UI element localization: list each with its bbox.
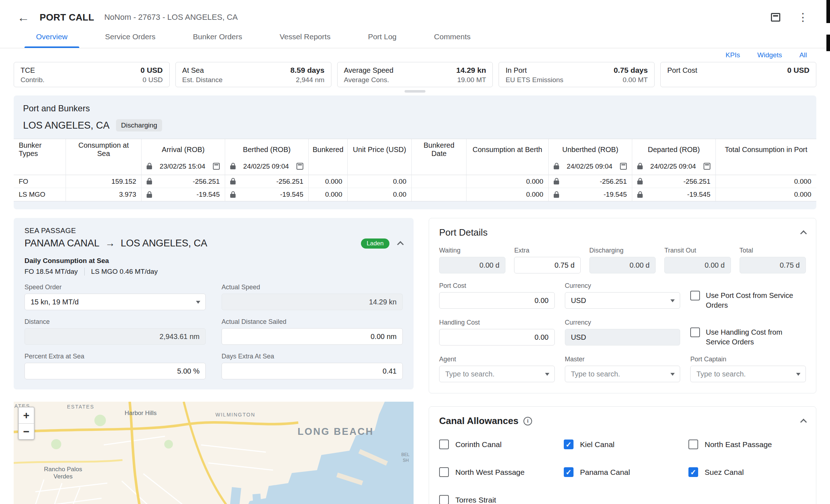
daily-lsmgo-value: LS MGO 0.46 MT/day (91, 268, 158, 276)
berthed-rob[interactable]: -256.251 (225, 175, 309, 188)
map-label: WILMINGTON (215, 412, 255, 418)
tab-service-orders[interactable]: Service Orders (86, 25, 174, 48)
tab-overview[interactable]: Overview (17, 25, 86, 48)
kiel-canal-checkbox[interactable] (564, 440, 574, 449)
use-port-cost-checkbox[interactable] (690, 291, 700, 300)
transit-out-field (664, 257, 731, 273)
chevron-up-icon[interactable] (397, 241, 403, 247)
zoom-out-button[interactable]: − (19, 423, 34, 439)
map-label: BEL (401, 452, 410, 457)
view-links: KPIs Widgets All (0, 48, 830, 60)
kpi-card-in-port: In Port0.75 days EU ETS Emissions0.00 MT (499, 62, 655, 87)
berthed-date-picker[interactable]: 24/02/25 09:04 (230, 162, 303, 170)
kpi-value: 14.29 kn (456, 66, 486, 75)
checkbox-label: North West Passage (455, 468, 525, 477)
speed-order-select[interactable]: 15 kn, 19 MT/d (24, 294, 206, 310)
unberthed-rob[interactable]: -19.545 (549, 188, 632, 201)
canal-item-corinth: Corinth Canal (439, 440, 557, 449)
field-label: Transit Out (664, 247, 731, 254)
calendar-picker-icon[interactable] (620, 163, 627, 170)
kpi-subvalue: 19.00 MT (457, 76, 486, 84)
suez-canal-checkbox[interactable] (688, 467, 698, 477)
handling-cost-field[interactable] (439, 329, 555, 345)
master-search-select[interactable]: Type to search. (565, 366, 680, 382)
arrival-rob[interactable]: -256.251 (142, 175, 225, 188)
bunkered-date[interactable] (412, 175, 467, 188)
map-canvas[interactable]: + − ATES ESTATES Harbor Hills WILMINGTON… (14, 402, 414, 504)
consumption-at-berth[interactable]: 0.000 (467, 175, 549, 188)
north-east-passage-checkbox[interactable] (688, 440, 698, 449)
route-arrow-icon: → (105, 238, 115, 249)
bunkered-date[interactable] (412, 188, 467, 201)
col-header: Arrival (ROB) (142, 139, 225, 158)
tab-vessel-reports[interactable]: Vessel Reports (261, 25, 349, 48)
table-row-fo: FO 159.152 -256.251 -256.251 0.000 0.00 … (14, 175, 816, 188)
calendar-picker-icon[interactable] (296, 163, 303, 170)
calendar-picker-icon[interactable] (213, 163, 220, 170)
port-name: LOS ANGELES, CA (23, 120, 110, 131)
kpi-sublabel: EU ETS Emissions (505, 76, 563, 84)
calendar-icon[interactable] (771, 13, 780, 22)
bunkered[interactable]: 0.000 (309, 188, 348, 201)
unberthed-rob[interactable]: -256.251 (549, 175, 632, 188)
departed-rob[interactable]: -256.251 (632, 175, 716, 188)
port-cost-currency-select[interactable]: USD (565, 292, 680, 309)
torres-strait-checkbox[interactable] (439, 495, 449, 504)
page-subtitle: NoNom - 27673 - LOS ANGELES, CA (104, 13, 238, 22)
port-captain-search-select[interactable]: Type to search. (690, 366, 806, 382)
tab-bar: Overview Service Orders Bunker Orders Ve… (0, 25, 830, 48)
chevron-up-icon[interactable] (800, 230, 807, 237)
agent-search-select[interactable]: Type to search. (439, 366, 555, 382)
corinth-canal-checkbox[interactable] (439, 440, 449, 449)
kpi-label: Average Speed (344, 66, 394, 75)
all-link[interactable]: All (799, 51, 807, 59)
col-header: Unit Price (USD) (348, 139, 412, 158)
unberthed-date-picker[interactable]: 24/02/25 09:04 (554, 162, 627, 170)
chevron-up-icon[interactable] (800, 419, 807, 425)
departed-date-picker[interactable]: 24/02/25 09:04 (637, 162, 710, 170)
actual-distance-sailed-field[interactable] (222, 328, 403, 345)
canal-item-north-west-passage: North West Passage (439, 467, 557, 477)
tab-comments[interactable]: Comments (415, 25, 490, 48)
widgets-link[interactable]: Widgets (757, 51, 782, 59)
kebab-menu-icon[interactable]: ⋮ (798, 12, 808, 23)
port-cost-field[interactable] (439, 292, 555, 309)
resize-handle[interactable] (405, 90, 425, 93)
tab-port-log[interactable]: Port Log (349, 25, 415, 48)
section-title: SEA PASSAGE (24, 227, 403, 235)
field-label: Currency (565, 282, 680, 290)
unit-price[interactable]: 0.00 (348, 175, 412, 188)
use-handling-cost-checkbox[interactable] (690, 327, 700, 337)
table-row-lsmgo: LS MGO 3.973 -19.545 -19.545 0.000 0.00 … (14, 188, 816, 201)
use-handling-cost-row: Use Handling Cost from Service Orders (690, 319, 806, 347)
dropdown-arrow-icon (545, 373, 549, 376)
bunkered[interactable]: 0.000 (309, 175, 348, 188)
percent-extra-at-sea-field[interactable] (24, 363, 206, 379)
arrival-rob[interactable]: -19.545 (142, 188, 225, 201)
consumption-at-sea[interactable]: 3.973 (66, 188, 142, 201)
arrival-date-picker[interactable]: 23/02/25 15:04 (147, 162, 220, 170)
berthed-rob[interactable]: -19.545 (225, 188, 309, 201)
back-arrow-icon[interactable]: ← (17, 11, 30, 23)
days-extra-at-sea-field[interactable] (222, 363, 403, 379)
kpi-value: 0.75 days (614, 66, 648, 75)
kpi-value: 0 USD (140, 66, 163, 75)
consumption-at-berth[interactable]: 0.000 (467, 188, 549, 201)
bunkers-table-header: Bunker Types Consumption at Sea Arrival … (14, 139, 816, 158)
panama-canal-checkbox[interactable] (564, 467, 574, 477)
origin-port: PANAMA CANAL (24, 238, 99, 249)
calendar-picker-icon[interactable] (704, 163, 710, 170)
unit-price[interactable]: 0.00 (348, 188, 412, 201)
checkbox-label: Kiel Canal (580, 440, 615, 449)
checkbox-label: Panama Canal (580, 468, 630, 477)
destination-port: LOS ANGELES, CA (121, 238, 207, 249)
info-icon[interactable] (523, 417, 532, 425)
extra-field[interactable] (514, 257, 580, 273)
north-west-passage-checkbox[interactable] (439, 467, 449, 477)
consumption-at-sea[interactable]: 159.152 (66, 175, 142, 188)
kpis-link[interactable]: KPIs (726, 51, 740, 59)
zoom-in-button[interactable]: + (19, 407, 34, 423)
port-and-bunkers-section: Port and Bunkers LOS ANGELES, CA Dischar… (14, 95, 816, 209)
tab-bunker-orders[interactable]: Bunker Orders (174, 25, 261, 48)
departed-rob[interactable]: -19.545 (632, 188, 716, 201)
